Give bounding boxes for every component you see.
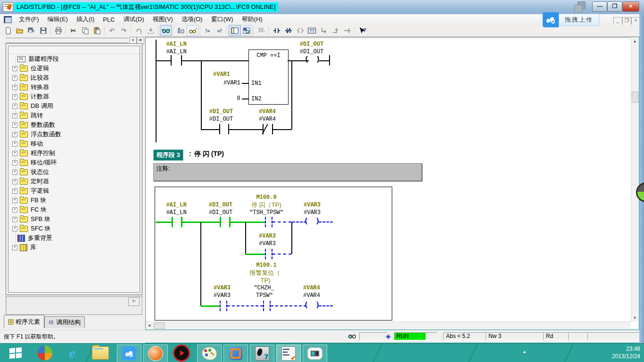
paste-button[interactable] (91, 25, 103, 36)
expand-icon[interactable]: + (12, 160, 17, 165)
lad-editor-button[interactable] (276, 345, 301, 362)
menu-plc[interactable]: PLC (99, 15, 119, 24)
expand-icon[interactable]: + (12, 94, 17, 99)
expand-icon[interactable]: + (12, 113, 17, 118)
menu-view[interactable]: 视图(V) (149, 14, 177, 25)
menu-edit[interactable]: 编辑(E) (43, 14, 72, 25)
print-button[interactable] (52, 25, 64, 36)
scroll-left-icon[interactable]: ◄ (146, 322, 153, 329)
taskbar-clock[interactable]: 23:48 2013/12/24 (612, 345, 640, 360)
plcsim-button[interactable] (303, 345, 327, 362)
save-button[interactable] (37, 25, 49, 36)
expand-icon[interactable]: + (12, 132, 17, 137)
empty-box-button[interactable]: ?? (306, 25, 318, 36)
tree-item-20[interactable]: +库 (8, 243, 140, 252)
download-button[interactable] (145, 25, 157, 36)
tree-item-16[interactable]: +FC 块 (8, 205, 140, 214)
tree-item-19[interactable]: 多重背景 (8, 233, 140, 243)
undo-button[interactable]: ↶ (106, 25, 118, 36)
tree-item-9[interactable]: +移动 (8, 139, 140, 148)
cut-button[interactable]: ✂ (67, 25, 79, 36)
expand-icon[interactable]: + (12, 207, 17, 213)
tree-item-14[interactable]: +字逻辑 (8, 186, 140, 196)
expand-icon[interactable]: + (12, 226, 17, 231)
menu-help[interactable]: 帮助(H) (238, 14, 267, 25)
browser-360-button[interactable] (33, 345, 57, 362)
expand-icon[interactable]: + (12, 189, 17, 194)
tree-item-13[interactable]: +定时器 (8, 177, 140, 186)
close-branch-button[interactable] (330, 25, 341, 36)
copy-button[interactable] (79, 25, 91, 36)
new-button[interactable] (2, 25, 14, 36)
menu-debug[interactable]: 调试(D) (119, 14, 149, 25)
mdi-minimize-button[interactable]: _ (613, 17, 622, 25)
tree-item-7[interactable]: +整数函数 (8, 120, 140, 130)
previous-error-button[interactable]: !« (202, 25, 214, 36)
expand-icon[interactable]: + (12, 123, 17, 128)
browser-orange-button[interactable] (143, 345, 168, 362)
menu-file[interactable]: 文件(F) (15, 14, 43, 25)
stacked-windows-icon[interactable] (574, 1, 586, 13)
next-error-button[interactable]: »! (214, 25, 225, 36)
tree-item-1[interactable]: +位逻辑 (8, 64, 140, 73)
expand-icon[interactable]: + (12, 245, 17, 250)
tray-expand-icon[interactable]: ▲ (522, 349, 527, 354)
cmp-block[interactable]: CMP ==I IN1 IN2 (248, 49, 289, 105)
tree-item-3[interactable]: +转换器 (8, 82, 140, 92)
ie-button[interactable]: e (60, 345, 84, 362)
expand-icon[interactable]: + (12, 170, 17, 175)
tree-item-15[interactable]: +FB 块 (8, 196, 140, 205)
expand-icon[interactable]: + (12, 66, 17, 71)
vmware-button[interactable] (223, 345, 248, 362)
expand-icon[interactable]: + (12, 217, 17, 222)
baidu-cloud-button[interactable] (117, 345, 141, 362)
insert-element-button[interactable]: Ŧ‹ (128, 297, 140, 306)
expand-icon[interactable]: + (12, 104, 17, 109)
monitor-toggle-button[interactable] (160, 25, 172, 36)
start-button[interactable] (4, 345, 27, 362)
new-network-button[interactable] (256, 25, 267, 36)
scroll-down-icon[interactable]: ▼ (631, 314, 638, 321)
tree-item-4[interactable]: +计数器 (8, 92, 140, 101)
redo-button[interactable]: ↷ (118, 25, 130, 36)
menu-window[interactable]: 窗口(W) (207, 14, 238, 25)
vertical-scrollbar[interactable]: ▲ ▼ (631, 38, 638, 321)
tree-item-5[interactable]: +DB 调用 (8, 101, 140, 111)
close-button[interactable]: × (622, 1, 639, 12)
tree-item-18[interactable]: +SFC 块 (8, 224, 140, 233)
network-number[interactable]: 程序段 3 (153, 149, 183, 161)
help-button[interactable]: ? (356, 25, 368, 36)
step7-button[interactable]: 7 (250, 345, 274, 362)
tree-item-6[interactable]: +跳转 (8, 111, 140, 120)
expand-icon[interactable]: + (12, 85, 17, 90)
paint-button[interactable] (197, 345, 222, 362)
expand-icon[interactable]: + (12, 151, 17, 156)
tree-item-10[interactable]: +程序控制 (8, 148, 140, 158)
mdi-restore-button[interactable]: ❐ (622, 17, 631, 25)
block-call-button[interactable] (133, 25, 145, 36)
network-title[interactable]: 停 闪 (TP) (194, 150, 224, 158)
open-button[interactable] (14, 25, 25, 36)
mdi-child-icon[interactable] (4, 16, 12, 23)
baidu-upload-overlay[interactable]: 拖拽上传 (543, 12, 599, 27)
menu-options[interactable]: 选项(O) (177, 14, 207, 25)
tree-item-11[interactable]: +移位/循环 (8, 158, 140, 167)
coil-di-out[interactable]: ( ) (305, 56, 322, 64)
horizontal-scroll-thumb[interactable] (154, 322, 165, 329)
expand-icon[interactable]: + (12, 75, 17, 81)
tree-item-12[interactable]: +状态位 (8, 167, 140, 177)
no-contact-button[interactable] (271, 25, 282, 36)
explorer-button[interactable] (89, 345, 112, 362)
nc-contact-button[interactable] (282, 25, 294, 36)
scroll-up-icon[interactable]: ▲ (631, 38, 638, 45)
tree-item-2[interactable]: +比较器 (8, 73, 140, 82)
tab-program-elements[interactable]: 程序元素 (4, 315, 44, 328)
vertical-scroll-thumb[interactable] (632, 91, 638, 103)
restore-button[interactable]: ❐ (607, 1, 622, 12)
expand-icon[interactable]: + (12, 198, 17, 203)
minimize-button[interactable]: — (592, 1, 607, 12)
expand-icon[interactable]: + (12, 141, 17, 147)
tree-item-17[interactable]: +SFB 块 (8, 214, 140, 224)
network-comment[interactable]: 注释: (153, 163, 422, 181)
coil-button[interactable] (294, 25, 306, 36)
